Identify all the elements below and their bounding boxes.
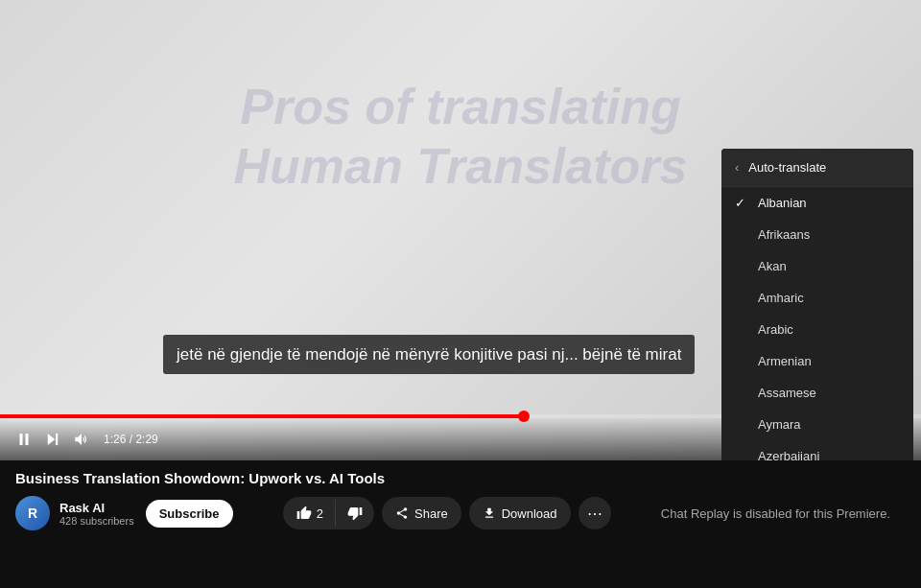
language-item-akan[interactable]: Akan	[721, 250, 913, 282]
channel-actions-row: R Rask AI 428 subscribers Subscribe 2	[15, 496, 906, 530]
subtitle-text: jetë në gjendje të mendojë në mënyrë kon…	[177, 342, 681, 367]
share-button[interactable]: Share	[382, 497, 461, 529]
subscribe-button[interactable]: Subscribe	[146, 500, 233, 528]
language-name: Aymara	[758, 417, 801, 432]
channel-avatar[interactable]: R	[15, 496, 50, 530]
svg-rect-0	[20, 434, 23, 445]
language-name: Azerbaijani	[758, 449, 819, 460]
volume-icon	[73, 431, 90, 448]
download-label: Download	[502, 506, 557, 521]
like-button[interactable]: 2	[283, 500, 336, 527]
channel-info: Rask AI 428 subscribers	[59, 501, 134, 527]
language-item-albanian[interactable]: ✓ Albanian	[721, 187, 913, 219]
thumbs-down-icon	[347, 506, 363, 521]
language-item-azerbaijani[interactable]: Azerbaijani	[721, 440, 913, 460]
svg-rect-1	[26, 434, 29, 445]
language-panel-title: Auto-translate	[748, 160, 826, 175]
language-item-assamese[interactable]: Assamese	[721, 377, 913, 409]
time-display: 1:26 / 2:29	[104, 433, 158, 446]
language-item-afrikaans[interactable]: Afrikaans	[721, 219, 913, 250]
pause-button[interactable]	[10, 427, 38, 452]
more-options-button[interactable]: ⋯	[579, 497, 611, 529]
language-list[interactable]: ✓ Albanian Afrikaans Akan Amharic Arabic	[721, 187, 913, 460]
like-dislike-pill: 2	[283, 497, 374, 529]
more-dots-icon: ⋯	[587, 505, 602, 523]
svg-marker-4	[75, 434, 82, 445]
language-dropdown-header[interactable]: ‹ Auto-translate	[721, 149, 913, 187]
share-label: Share	[414, 506, 448, 521]
language-item-amharic[interactable]: Amharic	[721, 282, 913, 314]
video-player[interactable]: Pros of translating Human Translators je…	[0, 0, 921, 460]
like-count: 2	[317, 506, 323, 521]
download-icon	[483, 506, 496, 520]
language-name: Arabic	[758, 322, 793, 337]
dislike-button[interactable]	[336, 500, 374, 527]
video-title: Business Translation Showdown: Upwork vs…	[15, 470, 906, 486]
chat-replay-notice: Chat Replay is disabled for this Premier…	[661, 506, 906, 521]
check-icon: ✓	[735, 196, 752, 210]
language-name: Armenian	[758, 354, 812, 368]
subtitle-box: jetë në gjendje të mendojë në mënyrë kon…	[163, 335, 695, 375]
next-button[interactable]	[38, 427, 67, 452]
info-bar: Business Translation Showdown: Upwork vs…	[0, 460, 921, 588]
language-name: Afrikaans	[758, 227, 810, 242]
language-item-aymara[interactable]: Aymara	[721, 409, 913, 440]
next-icon	[44, 431, 61, 448]
current-time: 1:26	[104, 433, 126, 446]
svg-marker-2	[48, 434, 56, 445]
back-icon: ‹	[735, 160, 739, 175]
svg-rect-3	[56, 434, 58, 445]
download-button[interactable]: Download	[469, 497, 571, 529]
language-item-armenian[interactable]: Armenian	[721, 345, 913, 377]
language-dropdown[interactable]: ‹ Auto-translate ✓ Albanian Afrikaans Ak…	[721, 149, 913, 460]
pause-icon	[15, 431, 33, 448]
language-name: Amharic	[758, 291, 804, 305]
subscriber-count: 428 subscribers	[59, 515, 134, 527]
total-time: 2:29	[135, 433, 157, 446]
share-icon	[395, 506, 409, 520]
language-name: Akan	[758, 259, 787, 273]
language-name: Assamese	[758, 386, 816, 400]
action-buttons: 2 Share Download	[283, 497, 611, 529]
volume-button[interactable]	[67, 427, 96, 452]
thumbs-up-icon	[296, 506, 312, 521]
language-item-arabic[interactable]: Arabic	[721, 314, 913, 345]
channel-name: Rask AI	[59, 501, 134, 515]
language-name: Albanian	[758, 196, 807, 210]
